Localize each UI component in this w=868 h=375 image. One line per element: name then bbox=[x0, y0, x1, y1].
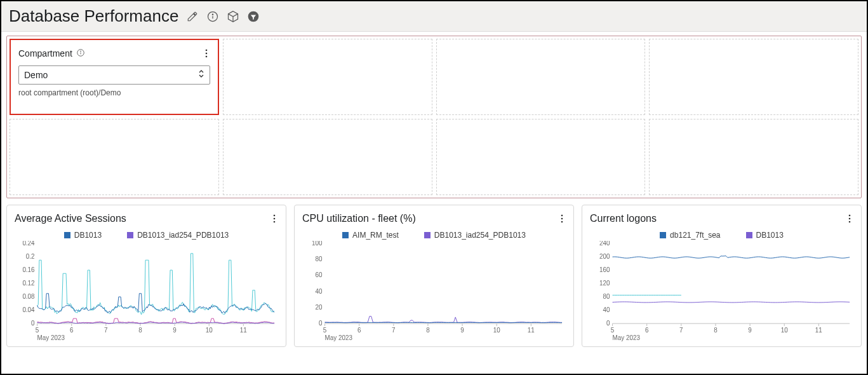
svg-point-5 bbox=[205, 50, 207, 51]
svg-point-61 bbox=[849, 221, 851, 223]
svg-text:40: 40 bbox=[603, 306, 610, 313]
svg-text:8: 8 bbox=[426, 327, 430, 334]
svg-text:9: 9 bbox=[173, 327, 177, 334]
svg-text:0.12: 0.12 bbox=[22, 280, 35, 287]
svg-text:0: 0 bbox=[319, 320, 323, 327]
svg-point-6 bbox=[205, 53, 207, 55]
param-placeholder bbox=[436, 119, 646, 195]
svg-text:120: 120 bbox=[599, 280, 610, 287]
legend-item[interactable]: db121_7ft_sea bbox=[660, 231, 720, 240]
page-title: Database Performance bbox=[9, 6, 178, 26]
parameters-grid: Compartment Demo root compartment (root)… bbox=[6, 36, 862, 198]
svg-text:8: 8 bbox=[138, 327, 142, 334]
chart-plot[interactable]: 04080120160200240567891011May 2023 bbox=[590, 241, 853, 343]
svg-text:0: 0 bbox=[606, 320, 610, 327]
param-placeholder bbox=[10, 119, 219, 195]
compartment-label-text: Compartment bbox=[18, 48, 72, 58]
param-placeholder bbox=[649, 119, 858, 195]
charts-row: Average Active Sessions DB1013 DB1013_ia… bbox=[1, 202, 867, 352]
legend-item[interactable]: DB1013_iad254_PDB1013 bbox=[424, 231, 526, 240]
svg-point-1 bbox=[213, 14, 213, 15]
svg-text:5: 5 bbox=[611, 327, 615, 334]
kebab-menu-icon[interactable] bbox=[558, 212, 566, 226]
compartment-select[interactable]: Demo bbox=[18, 65, 210, 85]
svg-text:7: 7 bbox=[104, 327, 108, 334]
legend-label: AIM_RM_test bbox=[352, 231, 399, 240]
svg-text:40: 40 bbox=[316, 288, 323, 295]
svg-point-10 bbox=[274, 221, 276, 223]
svg-text:0.2: 0.2 bbox=[26, 253, 35, 260]
legend-label: DB1013_iad254_PDB1013 bbox=[137, 231, 229, 240]
edit-icon[interactable] bbox=[186, 10, 199, 23]
compartment-panel: Compartment Demo root compartment (root)… bbox=[10, 39, 219, 115]
page-header: Database Performance bbox=[1, 1, 867, 32]
cube-icon[interactable] bbox=[227, 10, 239, 23]
chart-card-aas: Average Active Sessions DB1013 DB1013_ia… bbox=[6, 205, 286, 347]
svg-text:10: 10 bbox=[781, 327, 788, 334]
svg-text:0.24: 0.24 bbox=[22, 241, 35, 247]
svg-text:7: 7 bbox=[392, 327, 396, 334]
svg-point-9 bbox=[274, 218, 276, 220]
svg-text:20: 20 bbox=[316, 304, 323, 311]
svg-text:0: 0 bbox=[31, 320, 35, 327]
compartment-path: root compartment (root)/Demo bbox=[18, 88, 210, 97]
legend-label: DB1013 bbox=[756, 231, 784, 240]
svg-text:6: 6 bbox=[70, 327, 74, 334]
svg-point-7 bbox=[205, 56, 207, 58]
legend-item[interactable]: DB1013_iad254_PDB1013 bbox=[127, 231, 229, 240]
svg-text:May 2023: May 2023 bbox=[37, 334, 65, 341]
info-icon[interactable] bbox=[206, 10, 219, 23]
param-placeholder bbox=[223, 39, 432, 115]
svg-text:9: 9 bbox=[748, 327, 752, 334]
svg-text:0.04: 0.04 bbox=[22, 306, 35, 313]
svg-text:200: 200 bbox=[599, 253, 610, 260]
svg-text:10: 10 bbox=[493, 327, 500, 334]
svg-point-60 bbox=[849, 218, 851, 220]
legend-label: DB1013_iad254_PDB1013 bbox=[434, 231, 526, 240]
chart-title: CPU utilization - fleet (%) bbox=[302, 213, 416, 224]
svg-text:11: 11 bbox=[528, 327, 535, 334]
svg-point-8 bbox=[274, 215, 276, 217]
compartment-select-value: Demo bbox=[24, 70, 48, 80]
svg-point-4 bbox=[80, 51, 81, 51]
svg-text:11: 11 bbox=[240, 327, 247, 334]
svg-point-36 bbox=[561, 221, 563, 223]
svg-point-35 bbox=[561, 218, 563, 220]
chart-title: Average Active Sessions bbox=[15, 213, 126, 224]
svg-text:5: 5 bbox=[323, 327, 327, 334]
svg-text:60: 60 bbox=[316, 271, 323, 278]
svg-text:10: 10 bbox=[206, 327, 213, 334]
svg-text:160: 160 bbox=[599, 266, 610, 273]
chart-plot[interactable]: 00.040.080.120.160.20.24567891011May 202… bbox=[15, 241, 278, 343]
chart-card-logons: Current logons db121_7ft_sea DB1013 0408… bbox=[582, 205, 862, 347]
kebab-menu-icon[interactable] bbox=[846, 212, 853, 226]
svg-text:May 2023: May 2023 bbox=[613, 334, 641, 341]
svg-text:80: 80 bbox=[603, 293, 610, 300]
kebab-menu-icon[interactable] bbox=[203, 46, 210, 60]
svg-text:240: 240 bbox=[599, 241, 610, 247]
svg-text:0.08: 0.08 bbox=[22, 293, 35, 300]
chart-title: Current logons bbox=[590, 213, 657, 224]
chart-legend: DB1013 DB1013_iad254_PDB1013 bbox=[15, 231, 278, 240]
svg-text:8: 8 bbox=[714, 327, 718, 334]
svg-text:7: 7 bbox=[679, 327, 683, 334]
svg-text:5: 5 bbox=[36, 327, 39, 334]
legend-item[interactable]: DB1013 bbox=[746, 231, 784, 240]
chart-legend: AIM_RM_test DB1013_iad254_PDB1013 bbox=[302, 231, 566, 240]
kebab-menu-icon[interactable] bbox=[270, 212, 278, 226]
svg-text:6: 6 bbox=[645, 327, 649, 334]
legend-label: DB1013 bbox=[74, 231, 102, 240]
svg-text:0.16: 0.16 bbox=[22, 266, 35, 273]
legend-item[interactable]: DB1013 bbox=[64, 231, 102, 240]
svg-text:80: 80 bbox=[316, 256, 323, 262]
legend-label: db121_7ft_sea bbox=[670, 231, 720, 240]
filter-icon[interactable] bbox=[247, 10, 260, 23]
info-icon[interactable] bbox=[76, 48, 85, 59]
svg-text:May 2023: May 2023 bbox=[325, 334, 353, 341]
chart-plot[interactable]: 020406080100567891011May 2023 bbox=[302, 241, 566, 343]
svg-text:11: 11 bbox=[815, 327, 822, 334]
legend-item[interactable]: AIM_RM_test bbox=[342, 231, 399, 240]
param-placeholder bbox=[436, 39, 646, 115]
svg-point-34 bbox=[561, 215, 563, 217]
svg-text:100: 100 bbox=[312, 241, 323, 247]
